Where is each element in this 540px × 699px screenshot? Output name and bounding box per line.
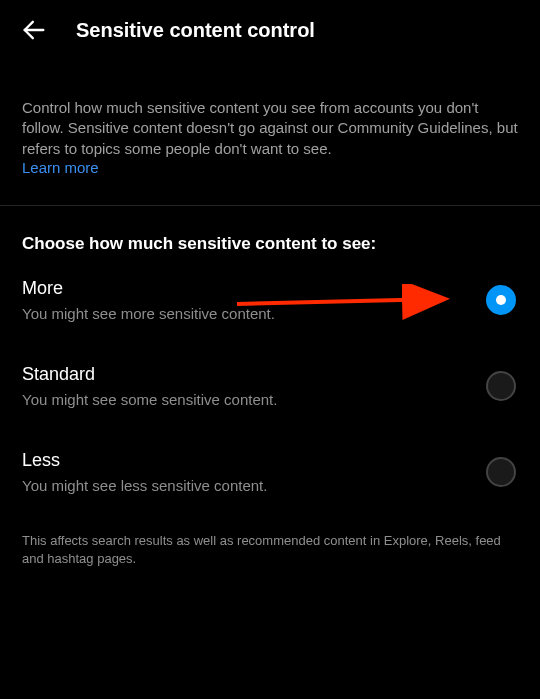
header: Sensitive content control bbox=[0, 0, 540, 60]
radio-more[interactable] bbox=[486, 285, 516, 315]
learn-more-link[interactable]: Learn more bbox=[22, 159, 99, 176]
option-text: Less You might see less sensitive conten… bbox=[22, 450, 486, 494]
section-title: Choose how much sensitive content to see… bbox=[0, 206, 540, 254]
option-text: More You might see more sensitive conten… bbox=[22, 278, 486, 322]
option-label: Standard bbox=[22, 364, 486, 385]
description-text: Control how much sensitive content you s… bbox=[22, 99, 518, 157]
option-more[interactable]: More You might see more sensitive conten… bbox=[22, 254, 518, 340]
option-sub: You might see more sensitive content. bbox=[22, 305, 486, 322]
options-list: More You might see more sensitive conten… bbox=[0, 254, 540, 512]
radio-standard[interactable] bbox=[486, 371, 516, 401]
option-text: Standard You might see some sensitive co… bbox=[22, 364, 486, 408]
back-arrow-icon[interactable] bbox=[20, 16, 48, 44]
option-label: More bbox=[22, 278, 486, 299]
footer-note: This affects search results as well as r… bbox=[0, 512, 540, 588]
option-sub: You might see some sensitive content. bbox=[22, 391, 486, 408]
option-less[interactable]: Less You might see less sensitive conten… bbox=[22, 426, 518, 512]
description-block: Control how much sensitive content you s… bbox=[0, 98, 540, 177]
page-title: Sensitive content control bbox=[76, 19, 315, 42]
option-sub: You might see less sensitive content. bbox=[22, 477, 486, 494]
radio-less[interactable] bbox=[486, 457, 516, 487]
option-label: Less bbox=[22, 450, 486, 471]
option-standard[interactable]: Standard You might see some sensitive co… bbox=[22, 340, 518, 426]
